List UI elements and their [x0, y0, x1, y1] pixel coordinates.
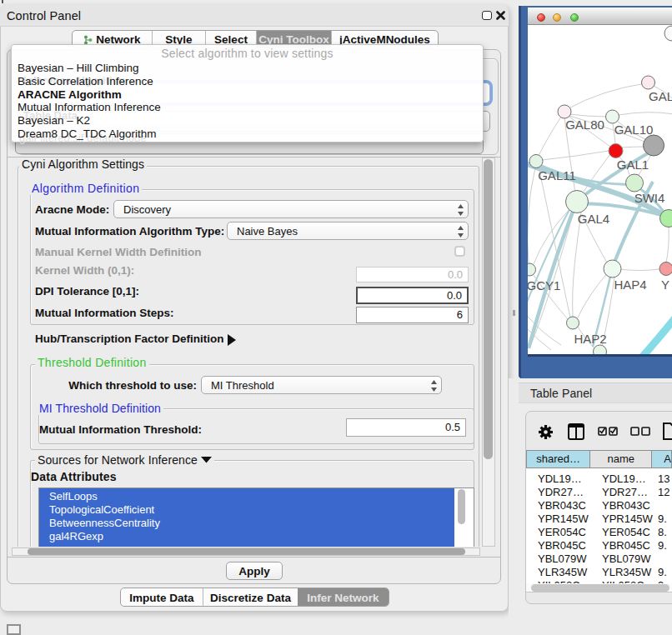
svg-text:GAL4: GAL4: [578, 212, 609, 226]
svg-text:HAP4: HAP4: [614, 278, 646, 292]
svg-text:HAP2: HAP2: [574, 332, 606, 346]
svg-text:GCY1: GCY1: [528, 278, 560, 292]
svg-text:GAL80: GAL80: [565, 118, 604, 132]
svg-text:SWI4: SWI4: [634, 191, 665, 205]
svg-text:Y: Y: [661, 278, 669, 292]
svg-text:GAL10: GAL10: [614, 122, 654, 137]
svg-text:GAL11: GAL11: [538, 168, 576, 182]
svg-text:GAL: GAL: [649, 89, 672, 103]
svg-text:GAL1: GAL1: [617, 158, 649, 172]
